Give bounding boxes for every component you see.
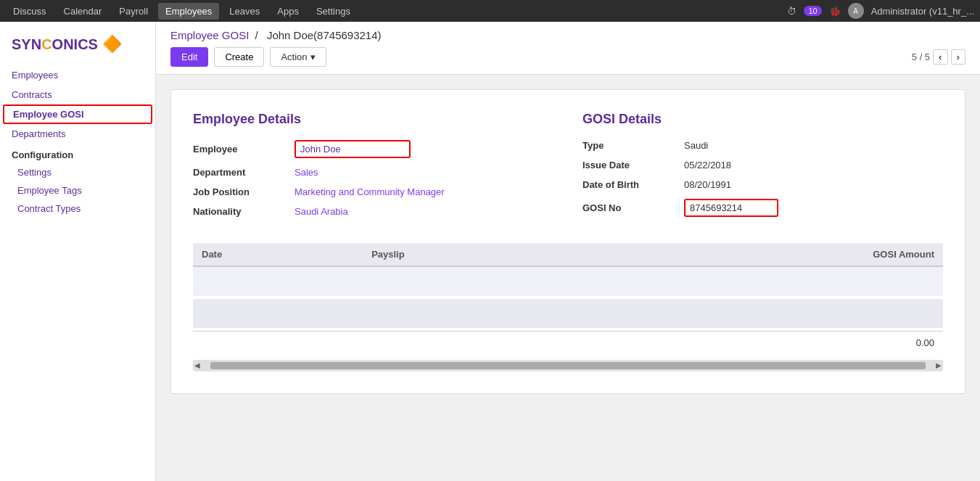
employee-label: Employee <box>193 144 287 155</box>
department-label: Department <box>193 167 287 178</box>
field-gosi-no: GOSI No 8745693214 <box>582 199 943 217</box>
sidebar: SYNCONICS 🔶 Employees Contracts Employee… <box>0 22 156 481</box>
main-content: Employee GOSI / John Doe(8745693214) Edi… <box>156 22 980 481</box>
form-container: Employee Details Employee John Doe Depar… <box>170 89 965 394</box>
job-position-label: Job Position <box>193 186 287 197</box>
breadcrumb-current: John Doe(8745693214) <box>267 29 382 41</box>
nationality-label: Nationality <box>193 206 287 217</box>
field-date-of-birth: Date of Birth 08/20/1991 <box>582 179 943 190</box>
breadcrumb-separator: / <box>255 29 258 41</box>
col-payslip: Payslip <box>363 243 589 266</box>
field-job-position: Job Position Marketing and Community Man… <box>193 186 553 197</box>
avatar: A <box>848 3 864 19</box>
scroll-left-icon[interactable]: ◀ <box>194 361 200 369</box>
pagination: 5 / 5 ‹ › <box>912 49 965 65</box>
sidebar-item-contract-types[interactable]: Contract Types <box>0 200 155 218</box>
two-column-layout: Employee Details Employee John Doe Depar… <box>193 112 943 226</box>
field-department: Department Sales <box>193 167 553 178</box>
scroll-right-icon[interactable]: ▶ <box>936 361 942 369</box>
sidebar-item-settings[interactable]: Settings <box>0 163 155 181</box>
sidebar-item-departments[interactable]: Departments <box>0 124 155 144</box>
nav-payroll[interactable]: Payroll <box>112 3 155 20</box>
type-value: Saudi <box>684 140 708 151</box>
gosi-details-title: GOSI Details <box>582 112 943 127</box>
bug-icon: 🐞 <box>829 6 841 17</box>
gosi-no-value[interactable]: 8745693214 <box>684 199 778 217</box>
content-header: Employee GOSI / John Doe(8745693214) Edi… <box>156 22 980 75</box>
chevron-down-icon: ▾ <box>310 52 316 62</box>
sidebar-section-configuration: Configuration <box>0 144 155 163</box>
topnav-right: ⏱ 10 🐞 A Administrator (v11_hr_... <box>787 3 974 19</box>
payslip-table: Date Payslip GOSI Amount <box>193 243 943 296</box>
nationality-value[interactable]: Saudi Arabia <box>295 206 348 217</box>
logo-icon: 🔶 <box>102 35 122 54</box>
action-button[interactable]: Action ▾ <box>270 47 326 67</box>
clock-icon: ⏱ <box>787 6 796 17</box>
field-issue-date: Issue Date 05/22/2018 <box>582 160 943 170</box>
breadcrumb-parent[interactable]: Employee GOSI <box>170 29 249 41</box>
col-date: Date <box>193 243 363 266</box>
col-gosi-amount: GOSI Amount <box>589 243 943 266</box>
sidebar-item-employee-tags[interactable]: Employee Tags <box>0 181 155 200</box>
type-label: Type <box>582 140 677 151</box>
username: Administrator (v11_hr_... <box>871 6 974 17</box>
top-navigation: Discuss Calendar Payroll Employees Leave… <box>0 0 980 22</box>
sidebar-item-employees[interactable]: Employees <box>0 65 155 85</box>
nav-apps[interactable]: Apps <box>270 3 306 20</box>
employee-value[interactable]: John Doe <box>295 140 411 158</box>
job-position-value[interactable]: Marketing and Community Manager <box>295 186 445 197</box>
breadcrumb: Employee GOSI / John Doe(8745693214) <box>170 29 965 41</box>
horizontal-scrollbar[interactable]: ◀ ▶ <box>193 360 943 371</box>
total-value: 0.00 <box>916 337 934 348</box>
nav-settings[interactable]: Settings <box>309 3 358 20</box>
employee-details-title: Employee Details <box>193 112 553 127</box>
scrollbar-thumb[interactable] <box>210 362 926 369</box>
nav-calendar[interactable]: Calendar <box>57 3 110 20</box>
issue-date-value: 05/22/2018 <box>684 160 731 170</box>
field-employee: Employee John Doe <box>193 140 553 158</box>
field-nationality: Nationality Saudi Arabia <box>193 206 553 217</box>
create-button[interactable]: Create <box>214 47 264 67</box>
pagination-prev[interactable]: ‹ <box>933 49 947 65</box>
pagination-next[interactable]: › <box>951 49 965 65</box>
sidebar-item-contracts[interactable]: Contracts <box>0 85 155 104</box>
employee-details-section: Employee Details Employee John Doe Depar… <box>193 112 553 226</box>
dob-label: Date of Birth <box>582 179 677 190</box>
dob-value: 08/20/1991 <box>684 179 731 190</box>
department-value[interactable]: Sales <box>295 167 318 178</box>
total-row: 0.00 <box>193 331 943 354</box>
edit-button[interactable]: Edit <box>170 47 208 67</box>
pagination-text: 5 / 5 <box>912 52 930 62</box>
field-type: Type Saudi <box>582 140 943 151</box>
issue-date-label: Issue Date <box>582 160 677 170</box>
footer-bar <box>193 299 943 328</box>
notification-badge[interactable]: 10 <box>804 6 821 16</box>
table-empty-row <box>193 266 943 295</box>
gosi-no-label: GOSI No <box>582 202 677 213</box>
toolbar: Edit Create Action ▾ 5 / 5 ‹ › <box>170 47 965 74</box>
sidebar-item-employee-gosi[interactable]: Employee GOSI <box>3 104 152 124</box>
nav-employees[interactable]: Employees <box>158 3 219 20</box>
logo: SYNCONICS 🔶 <box>0 29 155 65</box>
nav-leaves[interactable]: Leaves <box>222 3 267 20</box>
nav-discuss[interactable]: Discuss <box>6 3 54 20</box>
gosi-details-section: GOSI Details Type Saudi Issue Date 05/22… <box>582 112 943 226</box>
